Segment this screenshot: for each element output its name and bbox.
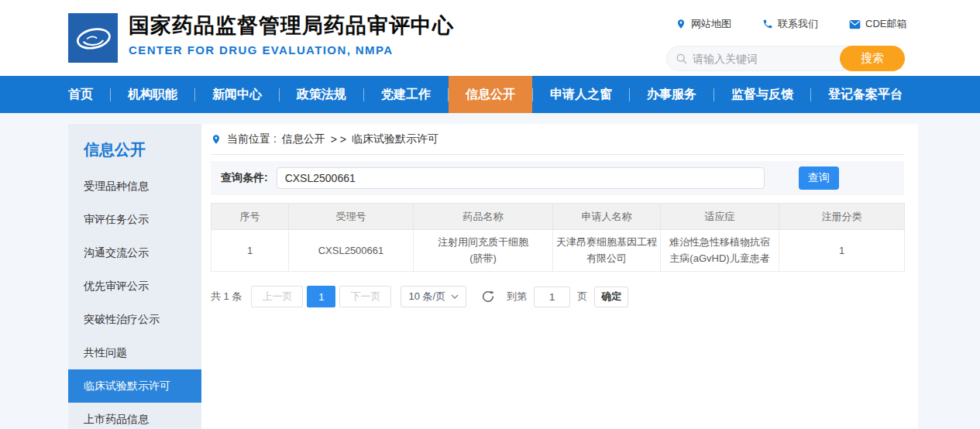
main-nav: 首页 机构职能 新闻中心 政策法规 党建工作 信息公开 申请人之窗 办事服务 监…	[0, 76, 980, 113]
sitemap-link[interactable]: 网站地图	[676, 17, 731, 31]
page-container: 信息公开 受理品种信息 审评任务公示 沟通交流公示 优先审评公示 突破性治疗公示…	[68, 124, 918, 429]
cde-logo	[68, 13, 118, 63]
pagination-total: 共 1 条	[211, 290, 242, 304]
cell-applicant: 天津昂赛细胞基因工程有限公司	[553, 230, 661, 272]
cde-logo-icon	[70, 15, 115, 60]
cell-acceptance-no: CXSL2500661	[289, 230, 414, 272]
next-page-button[interactable]: 下一页	[339, 286, 391, 307]
contact-link[interactable]: 联系我们	[762, 17, 818, 31]
nav-item-registration-platform[interactable]: 登记备案平台	[811, 76, 920, 113]
sidebar: 信息公开 受理品种信息 审评任务公示 沟通交流公示 优先审评公示 突破性治疗公示…	[68, 124, 201, 429]
refresh-icon[interactable]	[481, 290, 495, 304]
mail-icon	[849, 19, 861, 29]
sidebar-item-priority-review[interactable]: 优先审评公示	[68, 269, 201, 303]
sidebar-item-breakthrough-therapy[interactable]: 突破性治疗公示	[68, 303, 201, 336]
sidebar-title: 信息公开	[84, 139, 201, 160]
jump-to-label: 到第	[507, 290, 527, 304]
location-pin-icon	[211, 134, 222, 145]
contact-link-label: 联系我们	[778, 17, 818, 31]
sidebar-item-review-tasks[interactable]: 审评任务公示	[68, 203, 201, 236]
jump-page-suffix: 页	[577, 290, 587, 304]
sidebar-item-common-issues[interactable]: 共性问题	[68, 336, 201, 369]
chevron-down-icon	[451, 294, 459, 299]
col-header-indication: 适应症	[661, 204, 779, 230]
query-condition-label: 查询条件:	[221, 171, 268, 185]
main-content: 当前位置 : 信息公开 > > 临床试验默示许可 查询条件: 查询 序号 受理号…	[201, 124, 918, 429]
jump-page-input[interactable]	[534, 287, 570, 307]
site-title: 国家药品监督管理局药品审评中心	[129, 13, 454, 39]
header-links: 网站地图 联系我们 CDE邮箱	[676, 17, 906, 31]
sidebar-item-clinical-trial-implied-license[interactable]: 临床试验默示许可	[68, 369, 201, 403]
nav-item-home[interactable]: 首页	[68, 76, 110, 113]
sidebar-item-accepted-varieties[interactable]: 受理品种信息	[68, 170, 201, 203]
cde-mail-link[interactable]: CDE邮箱	[849, 17, 906, 31]
cell-indication: 难治性急性移植物抗宿主病(aGvHD)儿童患者	[661, 230, 779, 272]
phone-icon	[762, 19, 773, 29]
page-1-button[interactable]: 1	[307, 286, 335, 307]
page-size-select[interactable]: 10 条/页	[401, 286, 466, 307]
table-header-row: 序号 受理号 药品名称 申请人名称 适应症 注册分类	[211, 204, 905, 230]
magnifier-icon	[676, 53, 688, 65]
cell-drug-name: 注射用间充质干细胞(脐带)	[414, 230, 553, 272]
sidebar-item-communication[interactable]: 沟通交流公示	[68, 236, 201, 269]
pagination: 共 1 条 上一页 1 下一页 10 条/页 到第 页 确定	[211, 286, 904, 307]
query-condition-input[interactable]	[277, 167, 765, 189]
sidebar-item-marketed-drugs[interactable]: 上市药品信息	[68, 403, 201, 429]
breadcrumb: 当前位置 : 信息公开 > > 临床试验默示许可	[211, 124, 904, 155]
cell-index: 1	[211, 230, 289, 272]
site-header: 国家药品监督管理局药品审评中心 CENTER FOR DRUG EVALUATI…	[0, 0, 980, 76]
brand-text: 国家药品监督管理局药品审评中心 CENTER FOR DRUG EVALUATI…	[129, 13, 454, 57]
nav-item-policies[interactable]: 政策法规	[280, 76, 363, 113]
nav-item-services[interactable]: 办事服务	[630, 76, 714, 113]
prev-page-button[interactable]: 上一页	[251, 286, 303, 307]
nav-item-applicant-window[interactable]: 申请人之窗	[533, 76, 629, 113]
breadcrumb-prefix: 当前位置 :	[227, 132, 277, 146]
query-bar: 查询条件: 查询	[211, 161, 904, 195]
col-header-applicant: 申请人名称	[553, 204, 661, 230]
cde-mail-link-label: CDE邮箱	[865, 17, 906, 31]
query-button[interactable]: 查询	[799, 166, 839, 190]
col-header-registration-class: 注册分类	[779, 204, 905, 230]
table-row: 1 CXSL2500661 注射用间充质干细胞(脐带) 天津昂赛细胞基因工程有限…	[211, 230, 905, 272]
breadcrumb-current: 临床试验默示许可	[352, 132, 438, 146]
nav-item-functions[interactable]: 机构职能	[111, 76, 194, 113]
results-table: 序号 受理号 药品名称 申请人名称 适应症 注册分类 1 CXSL2500661…	[211, 203, 905, 272]
col-header-index: 序号	[211, 204, 289, 230]
nav-item-supervision-feedback[interactable]: 监督与反馈	[714, 76, 810, 113]
site-search-button[interactable]: 搜索	[840, 46, 905, 71]
breadcrumb-separator: > >	[331, 133, 346, 146]
location-pin-icon	[676, 19, 686, 29]
site-search-bar: 搜索	[666, 46, 905, 71]
breadcrumb-section[interactable]: 信息公开	[282, 132, 325, 146]
col-header-acceptance-no: 受理号	[289, 204, 414, 230]
page-size-value: 10 条/页	[408, 290, 445, 304]
site-search-input[interactable]	[688, 53, 840, 65]
site-subtitle: CENTER FOR DRUG EVALUATION, NMPA	[129, 43, 454, 57]
nav-item-information-disclosure[interactable]: 信息公开	[449, 76, 532, 113]
sitemap-link-label: 网站地图	[691, 17, 731, 31]
nav-item-party-building[interactable]: 党建工作	[364, 76, 448, 113]
nav-item-news[interactable]: 新闻中心	[195, 76, 279, 113]
col-header-drug-name: 药品名称	[414, 204, 553, 230]
cell-registration-class: 1	[779, 230, 905, 272]
brand: 国家药品监督管理局药品审评中心 CENTER FOR DRUG EVALUATI…	[68, 13, 454, 63]
confirm-button[interactable]: 确定	[594, 287, 628, 307]
